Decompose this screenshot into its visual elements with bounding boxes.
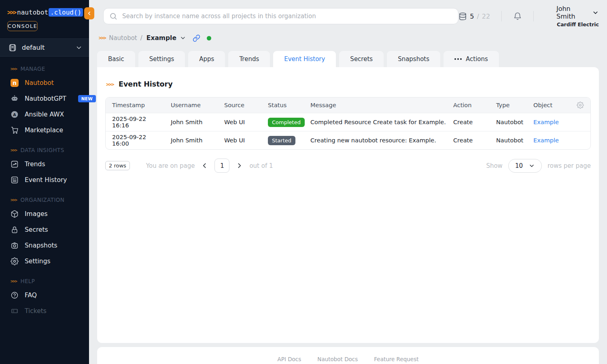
title-chevrons-icon: >>> <box>106 81 114 87</box>
column-header-message: Message <box>304 102 447 108</box>
cell-source: Web UI <box>218 119 261 125</box>
sidebar-item-nautobotgpt[interactable]: NautobotGPT NEW <box>0 91 89 106</box>
sidebar-item-label: Images <box>25 210 48 218</box>
tab-trends[interactable]: Trends <box>228 51 270 67</box>
robot-icon <box>11 95 19 103</box>
gear-icon <box>11 257 19 265</box>
nautobot-icon: n <box>11 79 19 87</box>
page-label-suffix: out of 1 <box>249 162 273 169</box>
section-label: MANAGE <box>20 66 45 72</box>
cell-message: Creating new nautobot resource: Example. <box>304 137 447 144</box>
sidebar-item-secrets[interactable]: Secrets <box>0 222 89 237</box>
sidebar-collapse-button[interactable] <box>84 7 94 19</box>
instances-used: 5 <box>470 13 474 20</box>
lock-icon <box>11 226 19 234</box>
sidebar-section-manage: >>> MANAGE n Nautobot NautobotGPT NEW A … <box>0 63 89 138</box>
tab-label: Event History <box>284 55 325 63</box>
sidebar-item-settings[interactable]: Settings <box>0 253 89 269</box>
tab-secrets[interactable]: Secrets <box>339 51 384 67</box>
tab-label: Settings <box>149 55 174 63</box>
section-header: >>> MANAGE <box>0 63 89 75</box>
project-name: default <box>22 44 75 51</box>
object-link[interactable]: Example <box>533 119 559 125</box>
project-switcher[interactable]: default <box>0 38 89 57</box>
sidebar-item-label: Tickets <box>25 307 47 315</box>
search-input[interactable] <box>103 8 458 24</box>
sidebar-item-snapshots[interactable]: Snapshots <box>0 237 89 253</box>
next-page-button[interactable] <box>236 162 243 169</box>
section-header: >>> DATA INSIGHTS <box>0 144 89 156</box>
current-page-box[interactable]: 1 <box>214 159 229 173</box>
rows-per-page-label: rows per page <box>548 162 591 169</box>
breadcrumb-current[interactable]: Example <box>146 34 176 42</box>
cell-action: Create <box>447 119 490 125</box>
sidebar-item-images[interactable]: Images <box>0 206 89 222</box>
new-badge: NEW <box>78 95 96 102</box>
breadcrumb-separator: / <box>140 34 142 42</box>
external-link-icon[interactable] <box>193 34 200 42</box>
ansible-icon: A <box>11 110 19 119</box>
object-link[interactable]: Example <box>533 137 559 144</box>
tab-basic[interactable]: Basic <box>97 51 135 67</box>
sidebar-item-marketplace[interactable]: Marketplace <box>0 122 89 138</box>
tab-label: Apps <box>199 55 214 63</box>
topbar: 5 / 22 John Smith Cardiff Electric <box>97 0 599 32</box>
instances-separator: / <box>477 13 479 20</box>
section-header: >>> ORGANIZATION <box>0 194 89 206</box>
rows-per-page-select[interactable]: 10 <box>508 159 542 173</box>
sidebar-item-ansible-awx[interactable]: A Ansible AWX <box>0 106 89 122</box>
sidebar-item-nautobot[interactable]: n Nautobot <box>0 75 89 91</box>
section-label: DATA INSIGHTS <box>20 147 64 153</box>
footer-link-api-docs[interactable]: API Docs <box>278 356 301 362</box>
section-chevrons-icon: >>> <box>11 148 17 153</box>
divider <box>501 11 502 21</box>
divider <box>533 11 534 21</box>
chevron-down-icon <box>592 9 599 16</box>
footer-link-feature-request[interactable]: Feature Request <box>374 356 418 362</box>
ticket-icon <box>11 307 19 315</box>
tab-actions[interactable]: Actions <box>444 51 499 67</box>
footer-link-nautobot-docs[interactable]: Nautobot Docs <box>317 356 358 362</box>
organization-name: Cardiff Electric <box>557 21 599 28</box>
cart-icon <box>11 126 19 134</box>
sidebar-item-tickets[interactable]: Tickets <box>0 303 89 319</box>
cube-icon <box>11 210 19 218</box>
footer: API Docs Nautobot Docs Feature Request <box>97 347 599 364</box>
cell-username: John Smith <box>164 119 218 125</box>
notifications-bell-icon[interactable] <box>513 12 522 21</box>
column-header-source: Source <box>218 102 261 108</box>
breadcrumb-parent[interactable]: Nautobot <box>109 34 137 42</box>
main-area: 5 / 22 John Smith Cardiff Electric > <box>89 0 607 364</box>
sidebar-section-organization: >>> ORGANIZATION Images Secrets Snapshot… <box>0 194 89 269</box>
console-button[interactable]: CONSOLE <box>7 21 38 31</box>
breadcrumb: >>> Nautobot / Example <box>99 33 599 43</box>
column-settings-gear-icon[interactable] <box>577 102 590 109</box>
sidebar-section-data-insights: >>> DATA INSIGHTS Trends Event History <box>0 144 89 188</box>
section-chevrons-icon: >>> <box>11 66 17 72</box>
tab-event-history[interactable]: Event History <box>273 51 336 67</box>
table-header-row: Timestamp Username Source Status Message… <box>106 97 590 113</box>
camera-icon <box>11 241 19 250</box>
tab-apps[interactable]: Apps <box>188 51 225 67</box>
instance-quota[interactable]: 5 / 22 <box>458 12 490 21</box>
tab-snapshots[interactable]: Snapshots <box>387 51 440 67</box>
previous-page-button[interactable] <box>201 162 208 169</box>
ellipsis-icon <box>454 58 462 60</box>
sidebar-item-trends[interactable]: Trends <box>0 156 89 172</box>
user-name: John Smith <box>556 5 588 20</box>
project-icon <box>8 43 17 52</box>
sidebar-item-faq[interactable]: FAQ <box>0 287 89 303</box>
section-label: HELP <box>20 278 35 284</box>
sidebar-item-label: Nautobot <box>25 79 54 87</box>
page-title-row: >>> Event History <box>97 67 599 88</box>
logo-suffix: .cloud() <box>49 8 83 17</box>
user-menu[interactable]: John Smith Cardiff Electric <box>556 5 599 28</box>
pagination: 2 rows You are on page 1 out of 1 Show 1… <box>105 159 591 173</box>
chevron-down-icon[interactable] <box>180 35 186 41</box>
column-header-action: Action <box>447 102 490 108</box>
tab-settings[interactable]: Settings <box>138 51 185 67</box>
chevron-down-icon <box>75 44 83 51</box>
sidebar-item-label: FAQ <box>25 292 37 299</box>
status-badge: Started <box>268 136 295 145</box>
sidebar-item-event-history[interactable]: Event History <box>0 172 89 188</box>
